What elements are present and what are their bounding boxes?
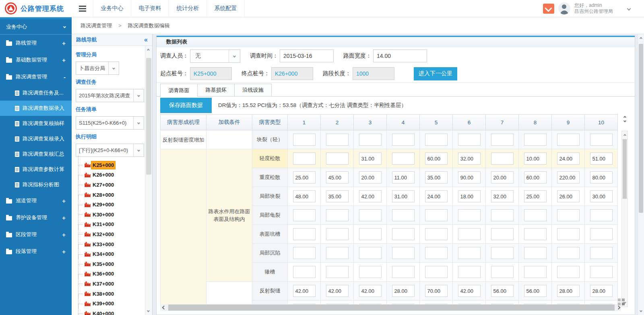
damage-value-input[interactable]: [293, 134, 316, 146]
scroll-up-icon[interactable]: [623, 134, 626, 137]
surveyor-select[interactable]: 无: [190, 49, 240, 63]
damage-value-input[interactable]: [590, 134, 613, 146]
damage-value-input[interactable]: [425, 152, 448, 165]
damage-value-input[interactable]: [524, 285, 547, 297]
tree-item-K39+000[interactable]: K39+000: [76, 299, 145, 309]
damage-value-input[interactable]: [392, 285, 415, 297]
scrollbar-thumb[interactable]: [623, 139, 627, 199]
damage-value-input[interactable]: [590, 285, 613, 297]
damage-value-input[interactable]: [458, 247, 481, 259]
damage-value-input[interactable]: [359, 247, 382, 259]
sidebar-subitem-6[interactable]: 路况指标分析图: [0, 177, 72, 192]
user-menu-chevron-down-icon[interactable]: [627, 6, 631, 10]
scroll-down-icon[interactable]: [147, 309, 150, 312]
damage-value-input[interactable]: [293, 152, 316, 165]
dropdown-2[interactable]: S115(K25+0-K66+0): [76, 116, 144, 130]
sidebar-subitem-1[interactable]: 路况调查数据录入: [0, 101, 72, 116]
damage-value-input[interactable]: [359, 152, 382, 165]
damage-value-input[interactable]: [293, 209, 316, 221]
scroll-down-icon[interactable]: [623, 119, 626, 122]
damage-value-input[interactable]: [326, 209, 349, 221]
damage-value-input[interactable]: [293, 247, 316, 259]
damage-value-input[interactable]: [590, 190, 613, 202]
breadcrumb-item[interactable]: 路况调查管理: [80, 22, 112, 29]
topnav-item-1[interactable]: 电子资料: [131, 0, 169, 17]
damage-value-input[interactable]: [293, 171, 316, 183]
survey-date-input[interactable]: [280, 49, 334, 62]
damage-value-input[interactable]: [326, 247, 349, 259]
tree-item-K34+000[interactable]: K34+000: [76, 249, 145, 259]
damage-value-input[interactable]: [326, 134, 349, 146]
damage-value-input[interactable]: [425, 266, 448, 278]
damage-value-input[interactable]: [359, 190, 382, 202]
damage-value-input[interactable]: [425, 285, 448, 297]
damage-value-input[interactable]: [359, 228, 382, 240]
damage-value-input[interactable]: [557, 171, 580, 183]
damage-value-input[interactable]: [392, 209, 415, 221]
scroll-up-icon[interactable]: [640, 37, 642, 40]
topnav-item-0[interactable]: 业务中心: [93, 0, 131, 17]
dropdown-0[interactable]: 卜昌吉分局: [76, 62, 119, 75]
tab-0[interactable]: 沥青路面: [160, 84, 198, 97]
tree-item-K40+000[interactable]: K40+000: [76, 309, 145, 315]
damage-value-input[interactable]: [524, 152, 547, 165]
select-chevron-box[interactable]: [108, 62, 119, 74]
tree-item-K31+000[interactable]: K31+000: [76, 220, 145, 230]
tree-item-K35+000[interactable]: K35+000: [76, 259, 145, 269]
damage-value-input[interactable]: [392, 266, 415, 278]
select-chevron-box[interactable]: [229, 50, 240, 62]
damage-value-input[interactable]: [425, 171, 448, 183]
damage-value-input[interactable]: [491, 190, 514, 202]
damage-value-input[interactable]: [458, 266, 481, 278]
select-chevron-box[interactable]: [133, 144, 144, 156]
tree-item-K26+000[interactable]: K26+000: [76, 170, 145, 180]
damage-value-input[interactable]: [359, 209, 382, 221]
collapse-panel-icon[interactable]: «: [144, 36, 148, 43]
tab-1[interactable]: 路基损坏: [197, 84, 235, 96]
damage-value-input[interactable]: [326, 152, 349, 165]
damage-value-input[interactable]: [359, 266, 382, 278]
damage-value-input[interactable]: [491, 152, 514, 165]
damage-value-input[interactable]: [392, 171, 415, 183]
scroll-up-icon[interactable]: [623, 116, 626, 119]
sidebar-item-1[interactable]: 基础数据管理+: [0, 51, 72, 68]
damage-value-input[interactable]: [458, 228, 481, 240]
damage-value-input[interactable]: [524, 134, 547, 146]
damage-value-input[interactable]: [425, 228, 448, 240]
damage-value-input[interactable]: [425, 134, 448, 146]
damage-value-input[interactable]: [293, 285, 316, 297]
damage-value-input[interactable]: [458, 152, 481, 165]
tree-item-K27+000[interactable]: K27+000: [76, 180, 145, 190]
page-vertical-scrollbar[interactable]: [638, 34, 644, 315]
damage-value-input[interactable]: [590, 247, 613, 259]
damage-value-input[interactable]: [557, 209, 580, 221]
scroll-up-icon[interactable]: [147, 49, 150, 51]
tree-item-K29+000[interactable]: K29+000: [76, 200, 145, 210]
damage-value-input[interactable]: [425, 190, 448, 202]
sidebar-item-4[interactable]: 养护设备管理+: [0, 209, 72, 226]
sidebar-item-5[interactable]: 区段管理+: [0, 226, 72, 243]
damage-value-input[interactable]: [590, 171, 613, 183]
route-nav-scrollbar[interactable]: [145, 46, 152, 315]
sidebar-subitem-2[interactable]: 路况调查复核抽样: [0, 116, 72, 131]
damage-value-input[interactable]: [557, 285, 580, 297]
tree-item-K36+000[interactable]: K36+000: [76, 269, 145, 279]
scrollbar-thumb[interactable]: [146, 58, 151, 175]
damage-value-input[interactable]: [458, 190, 481, 202]
topnav-item-2[interactable]: 统计分析: [169, 0, 207, 17]
sidebar-item-2[interactable]: 路况调查管理-: [0, 68, 72, 85]
damage-value-input[interactable]: [326, 228, 349, 240]
damage-value-input[interactable]: [392, 190, 415, 202]
damage-value-input[interactable]: [491, 285, 514, 297]
damage-value-input[interactable]: [458, 285, 481, 297]
table-vertical-scrollbar[interactable]: [621, 131, 628, 307]
damage-value-input[interactable]: [557, 247, 580, 259]
tree-item-K37+000[interactable]: K37+000: [76, 279, 145, 289]
damage-value-input[interactable]: [491, 209, 514, 221]
damage-value-input[interactable]: [590, 152, 613, 165]
sidebar-item-3[interactable]: 巡道管理+: [0, 192, 72, 209]
sidebar-subitem-4[interactable]: 路况调查复核汇总: [0, 146, 72, 162]
damage-value-input[interactable]: [491, 171, 514, 183]
damage-value-input[interactable]: [293, 190, 316, 202]
road-width-input[interactable]: [373, 49, 427, 62]
